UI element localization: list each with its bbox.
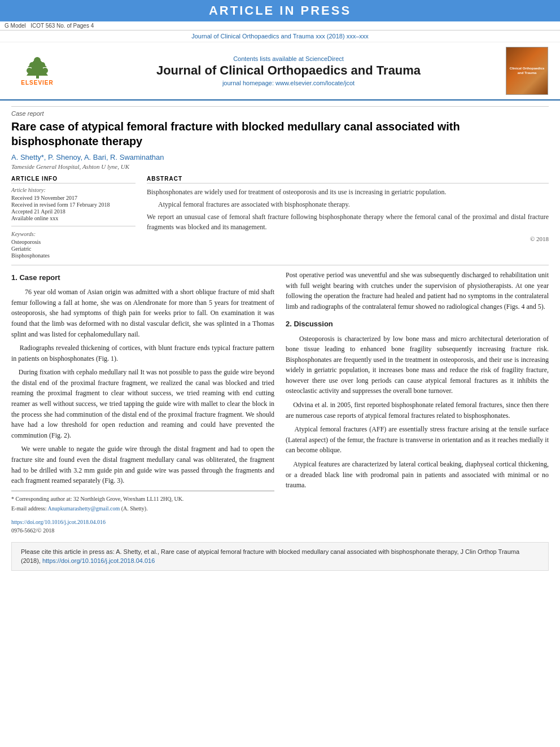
journal-title-main: Journal of Clinical Orthopaedics and Tra… <box>77 63 500 78</box>
right-para1: Post operative period was uneventful and… <box>286 270 549 312</box>
abstract-para2: Atypical femoral fractures are associate… <box>158 199 549 209</box>
article-info-col: ARTICLE INFO Article history: Received 1… <box>11 176 135 259</box>
article-in-press-text: ARTICLE IN PRESS <box>209 3 351 18</box>
body-para1-text: 76 year old woman of Asian origin was ad… <box>11 288 274 338</box>
article-type-label: Case report <box>11 106 549 117</box>
history-label: Article history: <box>11 187 135 193</box>
accepted-date: Accepted 21 April 2018 <box>11 208 135 215</box>
abstract-header: ABSTRACT <box>147 176 549 184</box>
abstract-text2: Atypical femoral fractures are associate… <box>158 200 350 208</box>
journal-cover-image: Clinical Orthopaedics and Trauma <box>506 47 548 95</box>
abstract-col: ABSTRACT Bisphosphonates are widely used… <box>147 176 549 259</box>
affiliation-line: Tameside General Hospital, Ashton U lyne… <box>11 163 549 170</box>
authors-line: A. Shetty*, P. Shenoy, A. Bari, R. Swami… <box>11 153 549 161</box>
footnote-email-suffix: (A. Shetty). <box>121 505 148 512</box>
keyword-3: Bisphosphonates <box>11 252 135 259</box>
body-para2-text: Radiographs revealed thickening of corti… <box>11 344 274 362</box>
svg-point-2 <box>34 57 41 64</box>
authors-text: A. Shetty*, P. Shenoy, A. Bari, R. Swami… <box>11 153 164 161</box>
discussion-para1-text: Osteoporosis is characterized by low bon… <box>286 335 549 395</box>
footnote-email: E-mail address: Anupkumarashetty@gmail.c… <box>11 504 274 513</box>
citation-doi-link[interactable]: https://doi.org/10.1016/j.jcot.2018.04.0… <box>42 557 155 564</box>
elsevier-logo-area: ELSEVIER <box>9 54 71 88</box>
body-left-col: 1. Case report 76 year old woman of Asia… <box>11 270 274 535</box>
icot-text: ICOT 563 No. of Pages 4 <box>30 23 94 29</box>
received-date: Received 19 November 2017 <box>11 195 135 201</box>
journal-link-bar: Journal of Clinical Orthopaedics and Tra… <box>0 30 560 42</box>
doi-link[interactable]: https://doi.org/10.1016/j.jcot.2018.04.0… <box>11 518 274 527</box>
contents-label: Contents lists available at <box>233 55 304 62</box>
keyword-2: Geriatric <box>11 246 135 252</box>
section2-title: 2. Discussion <box>286 318 549 330</box>
contents-line: Contents lists available at ScienceDirec… <box>77 55 500 62</box>
svg-point-7 <box>33 64 41 72</box>
gmodel-bar: G Model ICOT 563 No. of Pages 4 <box>0 21 560 30</box>
body-right-col: Post operative period was uneventful and… <box>286 270 549 535</box>
available-date: Available online xxx <box>11 215 135 221</box>
keywords-section: Keywords: Osteoporosis Geriatric Bisphos… <box>11 231 135 259</box>
body-para2: Radiographs revealed thickening of corti… <box>11 343 274 364</box>
copyright-line: © 2018 <box>147 234 549 244</box>
svg-point-6 <box>42 68 48 73</box>
doi-section: https://doi.org/10.1016/j.jcot.2018.04.0… <box>11 518 274 535</box>
article-in-press-banner: ARTICLE IN PRESS <box>0 0 560 21</box>
body-para4: We were unable to negate the guide wire … <box>11 444 274 486</box>
divider-1 <box>11 226 135 226</box>
body-para1: 76 year old woman of Asian origin was ad… <box>11 287 274 339</box>
article-info-header: ARTICLE INFO <box>11 176 135 184</box>
citation-bar: Please cite this article in press as: A.… <box>11 542 549 571</box>
abstract-text3: We report an unusual case of femoral sha… <box>147 213 549 231</box>
journal-header-center: Contents lists available at ScienceDirec… <box>77 55 500 86</box>
sciencedirect-link[interactable]: ScienceDirect <box>305 55 344 62</box>
body-para3: During fixation with cephalo medullary n… <box>11 367 274 440</box>
doi-copyright: 0976-5662/© 2018 <box>11 526 274 535</box>
discussion-para3-text: Atypical femoral fractures (AFF) are ess… <box>286 425 549 454</box>
elsevier-logo: ELSEVIER <box>9 54 65 88</box>
body-para4-text: We were unable to negate the guide wire … <box>11 445 274 484</box>
journal-cover-area: Clinical Orthopaedics and Trauma <box>506 47 551 95</box>
footnote-email-label: E-mail address: <box>11 505 46 512</box>
svg-point-5 <box>27 68 32 73</box>
journal-link-text: Journal of Clinical Orthopaedics and Tra… <box>191 33 369 40</box>
abstract-text1: Bisphosphonates are widely used for trea… <box>147 188 447 196</box>
footnote-address: * Corresponding author at: 32 Northleigh… <box>11 495 274 504</box>
discussion-para2-text: Odvina et al. in 2005, first reported bi… <box>286 401 549 420</box>
abstract-text: Bisphosphonates are widely used for trea… <box>147 187 549 244</box>
body-para3-text: During fixation with cephalo medullary n… <box>11 368 274 439</box>
discussion-para2: Odvina et al. in 2005, first reported bi… <box>286 400 549 421</box>
info-abstract-section: ARTICLE INFO Article history: Received 1… <box>11 176 549 259</box>
right-para1-text: Post operative period was uneventful and… <box>286 271 549 311</box>
abstract-para3: We report an unusual case of femoral sha… <box>147 212 549 232</box>
journal-homepage: journal homepage: www.elsevier.com/locat… <box>77 80 500 86</box>
discussion-para3: Atypical femoral fractures (AFF) are ess… <box>286 424 549 456</box>
elsevier-tree-icon <box>22 56 53 80</box>
homepage-label: journal homepage: <box>222 80 274 86</box>
main-content: Case report Rare case of atypical femora… <box>0 101 560 576</box>
footnote-section: * Corresponding author at: 32 Northleigh… <box>11 491 274 513</box>
abstract-para1: Bisphosphonates are widely used for trea… <box>147 187 549 197</box>
discussion-para4-text: Atypical features are characterized by l… <box>286 460 549 489</box>
gmodel-text: G Model <box>5 23 26 29</box>
keywords-label: Keywords: <box>11 231 135 237</box>
keyword-1: Osteoporosis <box>11 239 135 245</box>
body-section: 1. Case report 76 year old woman of Asia… <box>11 270 549 535</box>
discussion-para1: Osteoporosis is characterized by low bon… <box>286 334 549 397</box>
section1-title: 1. Case report <box>11 272 274 283</box>
divider-2 <box>11 265 549 265</box>
journal-header: ELSEVIER Contents lists available at Sci… <box>0 42 560 101</box>
article-title: Rare case of atypical femoral fracture w… <box>11 119 549 148</box>
footnote-email-value[interactable]: Anupkumarashetty@gmail.com <box>47 505 120 512</box>
received-revised-date: Received in revised form 17 February 201… <box>11 202 135 208</box>
homepage-url[interactable]: www.elsevier.com/locate/jcot <box>275 80 355 86</box>
elsevier-text: ELSEVIER <box>21 80 53 86</box>
discussion-para4: Atypical features are characterized by l… <box>286 459 549 491</box>
